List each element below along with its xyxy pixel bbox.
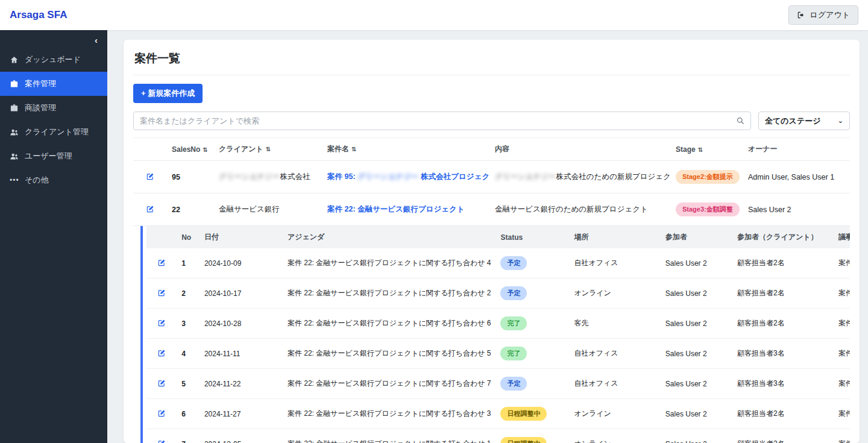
meeting-client-participants: 顧客担当者2名 (732, 399, 834, 429)
meeting-participants: Sales User 2 (661, 339, 732, 369)
col-client-participants: 参加者（クライアント） (732, 226, 834, 248)
col-edit (146, 226, 177, 248)
meeting-client-participants: 顧客担当者2名 (732, 248, 834, 278)
briefcase-icon (10, 80, 19, 89)
cases-header-row: SalesNo⇅ クライアント⇅ 案件名⇅ 内容 Stage⇅ オーナー (133, 138, 850, 161)
meeting-agenda: 案件 22: 金融サービス銀行プロジェクトに関する打ち合わせ 5 (283, 339, 496, 369)
meetings-table: No 日付 アジェンダ Status 場所 参加者 参加者（クライアント） 議事… (146, 226, 850, 443)
stage-filter-select[interactable]: 全てのステージ ⌄ (758, 112, 850, 130)
sidebar-item-label: ダッシュボード (25, 54, 81, 65)
meeting-agenda: 案件 22: 金融サービス銀行プロジェクトに関する打ち合わせ 4 (283, 248, 496, 278)
edit-meeting-button[interactable] (156, 378, 167, 389)
case-owner: Admin User, Sales User 1 (743, 161, 850, 193)
filter-row: 全てのステージ ⌄ (133, 112, 850, 130)
edit-meeting-button[interactable] (156, 257, 167, 268)
edit-case-button[interactable] (145, 171, 156, 182)
case-description: グリーンエナジー株式会社のための新規プロジェクト (490, 161, 671, 193)
meeting-date: 2024-11-22 (200, 369, 283, 399)
meeting-date: 2024-12-05 (200, 429, 283, 443)
meeting-participants: Sales User 2 (661, 248, 732, 278)
status-badge: 日程調整中 (500, 437, 547, 443)
meeting-minutes: 案件2 (834, 248, 850, 278)
meeting-participants: Sales User 2 (661, 429, 732, 443)
meeting-place: オンライン (569, 429, 660, 443)
col-case-name[interactable]: 案件名⇅ (322, 138, 490, 161)
edit-meeting-button[interactable] (156, 408, 167, 419)
sidebar-collapse-button[interactable]: ‹ (0, 30, 107, 48)
case-client: グリーンエナジー株式会社 (214, 161, 322, 193)
case-salesno: 22 (167, 193, 214, 226)
meeting-date: 2024-10-09 (200, 248, 283, 278)
meeting-place: 自社オフィス (569, 339, 660, 369)
sidebar-item-dashboard[interactable]: ダッシュボード (0, 48, 107, 72)
status-badge: 予定 (500, 286, 527, 300)
sidebar-item-others[interactable]: ••• その他 (0, 168, 107, 192)
edit-icon (157, 439, 166, 443)
stage-filter-value: 全てのステージ (765, 116, 821, 127)
stage-badge: Stage3:金額調整 (676, 203, 740, 216)
sidebar-item-label: 案件管理 (25, 78, 56, 89)
edit-meeting-button[interactable] (156, 438, 167, 443)
users-icon (10, 128, 19, 137)
chevron-down-icon: ⌄ (838, 118, 843, 124)
case-description: 金融サービス銀行のための新規プロジェクト (490, 193, 671, 226)
meeting-place: 自社オフィス (569, 369, 660, 399)
meeting-agenda: 案件 22: 金融サービス銀行プロジェクトに関する打ち合わせ 7 (283, 369, 496, 399)
meeting-place: オンライン (569, 399, 660, 429)
logout-button[interactable]: ログアウト (788, 5, 858, 25)
top-header: Arsaga SFA ログアウト (0, 0, 868, 30)
meeting-row: 4 2024-11-11 案件 22: 金融サービス銀行プロジェクトに関する打ち… (146, 339, 850, 369)
col-client[interactable]: クライアント⇅ (214, 138, 322, 161)
col-agenda: アジェンダ (283, 226, 496, 248)
edit-icon (157, 289, 166, 297)
sidebar-item-negotiations[interactable]: 商談管理 (0, 96, 107, 120)
create-case-button[interactable]: + 新規案件作成 (133, 84, 203, 103)
search-icon[interactable] (736, 116, 745, 125)
meeting-minutes: 案件2 (834, 309, 850, 339)
meeting-minutes: 案件2 (834, 278, 850, 309)
edit-icon (157, 259, 166, 267)
edit-meeting-button[interactable] (156, 348, 167, 359)
meeting-minutes: 案件2 (834, 339, 850, 369)
meeting-row: 6 2024-11-27 案件 22: 金融サービス銀行プロジェクトに関する打ち… (146, 399, 850, 429)
status-badge: 完了 (500, 316, 527, 330)
edit-icon (146, 172, 154, 181)
meeting-date: 2024-11-11 (200, 339, 283, 369)
edit-meeting-button[interactable] (156, 287, 167, 298)
meeting-client-participants: 顧客担当者2名 (732, 309, 834, 339)
col-description: 内容 (490, 138, 671, 161)
meetings-subtable: No 日付 アジェンダ Status 場所 参加者 参加者（クライアント） 議事… (140, 226, 850, 443)
sidebar-item-clients[interactable]: クライアント管理 (0, 120, 107, 144)
col-participants: 参加者 (661, 226, 732, 248)
col-no: No (177, 226, 200, 248)
logout-label: ログアウト (810, 10, 850, 20)
edit-case-button[interactable] (145, 204, 156, 215)
meeting-agenda: 案件 22: 金融サービス銀行プロジェクトに関する打ち合わせ 1 (283, 429, 496, 443)
edit-icon (157, 349, 166, 357)
stage-badge: Stage2:金額提示 (676, 170, 740, 184)
edit-meeting-button[interactable] (156, 318, 167, 328)
col-place: 場所 (569, 226, 660, 248)
main-content: 案件一覧 + 新規案件作成 全てのステージ ⌄ (107, 30, 868, 443)
meeting-client-participants: 顧客担当者3名 (732, 369, 834, 399)
sidebar-item-users[interactable]: ユーザー管理 (0, 144, 107, 168)
ellipsis-icon: ••• (10, 176, 19, 184)
app-logo: Arsaga SFA (10, 9, 67, 21)
meeting-date: 2024-11-27 (200, 399, 283, 429)
meeting-row: 2 2024-10-17 案件 22: 金融サービス銀行プロジェクトに関する打ち… (146, 278, 850, 309)
col-owner: オーナー (743, 138, 850, 161)
col-edit (133, 138, 167, 161)
meeting-minutes: 案件2 (834, 369, 850, 399)
meeting-agenda: 案件 22: 金融サービス銀行プロジェクトに関する打ち合わせ 6 (283, 309, 496, 339)
col-stage[interactable]: Stage⇅ (671, 138, 743, 161)
cases-table: SalesNo⇅ クライアント⇅ 案件名⇅ 内容 Stage⇅ オーナー 95 … (133, 137, 850, 226)
case-link[interactable]: 案件 95: グリーンエナジー 株式会社プロジェクト (327, 172, 490, 181)
case-salesno: 95 (167, 161, 214, 193)
sidebar-item-cases[interactable]: 案件管理 (0, 72, 107, 96)
briefcase-icon (10, 104, 19, 113)
search-input[interactable] (133, 112, 751, 130)
meeting-agenda: 案件 22: 金融サービス銀行プロジェクトに関する打ち合わせ 3 (283, 399, 496, 429)
col-salesno[interactable]: SalesNo⇅ (167, 138, 214, 161)
status-badge: 予定 (500, 377, 527, 391)
case-link[interactable]: 案件 22: 金融サービス銀行プロジェクト (327, 205, 465, 213)
